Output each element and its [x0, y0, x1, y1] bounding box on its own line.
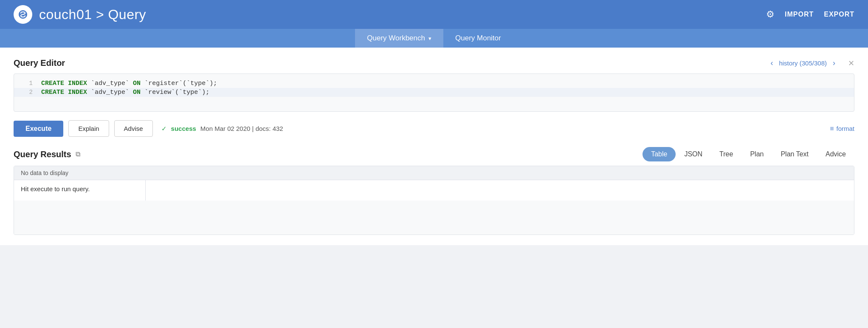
line-number-2: 2 [21, 89, 33, 96]
hit-execute-text: Hit execute to run query. [14, 180, 146, 201]
tab-query-workbench[interactable]: Query Workbench ▾ [355, 29, 443, 48]
results-table: No data to display Hit execute to run qu… [14, 166, 854, 235]
nav-bar: Query Workbench ▾ Query Monitor [0, 29, 868, 48]
code-content-2: CREATE INDEX `adv_type` ON `review`(`typ… [41, 89, 209, 96]
result-tab-table[interactable]: Table [643, 147, 676, 161]
results-empty-area [14, 201, 854, 235]
app-logo [14, 5, 32, 24]
execute-button[interactable]: Execute [14, 121, 63, 137]
results-tabs: Table JSON Tree Plan Plan Text Advice [643, 147, 854, 161]
status-section: ✓ success Mon Mar 02 2020 | docs: 432 [161, 125, 283, 133]
query-workbench-label: Query Workbench [367, 34, 425, 42]
code-line-1: 1 CREATE INDEX `adv_type` ON `register`(… [14, 79, 854, 88]
export-button[interactable]: EXPORT [824, 11, 854, 18]
import-button[interactable]: IMPORT [785, 11, 814, 18]
result-tab-tree[interactable]: Tree [711, 147, 741, 161]
results-title: Query Results [14, 150, 71, 159]
format-button[interactable]: ≡ format [830, 125, 854, 133]
results-data-row: Hit execute to run query. [14, 180, 854, 201]
code-line-2: 2 CREATE INDEX `adv_type` ON `review`(`t… [14, 88, 854, 97]
status-success-text: success [171, 125, 196, 132]
history-next-button[interactable]: › [830, 58, 838, 68]
explain-button[interactable]: Explain [68, 120, 109, 137]
result-tab-plan[interactable]: Plan [741, 147, 772, 161]
result-tab-advice[interactable]: Advice [817, 147, 854, 161]
no-data-label: No data to display [14, 166, 854, 180]
result-tab-plan-text[interactable]: Plan Text [772, 147, 817, 161]
header-actions: ⚙ IMPORT EXPORT [766, 9, 854, 20]
settings-icon[interactable]: ⚙ [766, 9, 775, 20]
copy-icon[interactable]: ⧉ [76, 150, 80, 158]
advise-button[interactable]: Advise [114, 120, 153, 137]
page-title: couch01 > Query [39, 7, 146, 23]
code-editor[interactable]: 1 CREATE INDEX `adv_type` ON `register`(… [14, 74, 854, 112]
code-content-1: CREATE INDEX `adv_type` ON `register`(`t… [41, 80, 217, 87]
history-label: history (305/308) [779, 59, 827, 67]
query-monitor-label: Query Monitor [455, 34, 501, 42]
app-header: couch01 > Query ⚙ IMPORT EXPORT [0, 0, 868, 29]
tab-query-monitor[interactable]: Query Monitor [443, 29, 513, 48]
line-number-1: 1 [21, 80, 33, 87]
chevron-down-icon: ▾ [428, 35, 431, 42]
query-toolbar: Execute Explain Advise ✓ success Mon Mar… [14, 120, 854, 137]
expand-icon[interactable]: ✕ [848, 59, 854, 68]
result-tab-json[interactable]: JSON [676, 147, 711, 161]
history-nav: ‹ history (305/308) › [768, 58, 838, 68]
status-meta-text: Mon Mar 02 2020 | docs: 432 [200, 125, 283, 132]
results-header: Query Results ⧉ Table JSON Tree Plan Pla… [14, 147, 854, 161]
format-label: format [836, 125, 854, 132]
history-prev-button[interactable]: ‹ [768, 58, 775, 68]
success-check-icon: ✓ [161, 125, 167, 133]
main-content: Query Editor ‹ history (305/308) › ✕ 1 C… [0, 48, 868, 245]
query-editor-title: Query Editor [14, 58, 65, 68]
query-editor-header: Query Editor ‹ history (305/308) › ✕ [14, 58, 854, 68]
format-icon: ≡ [830, 125, 834, 133]
